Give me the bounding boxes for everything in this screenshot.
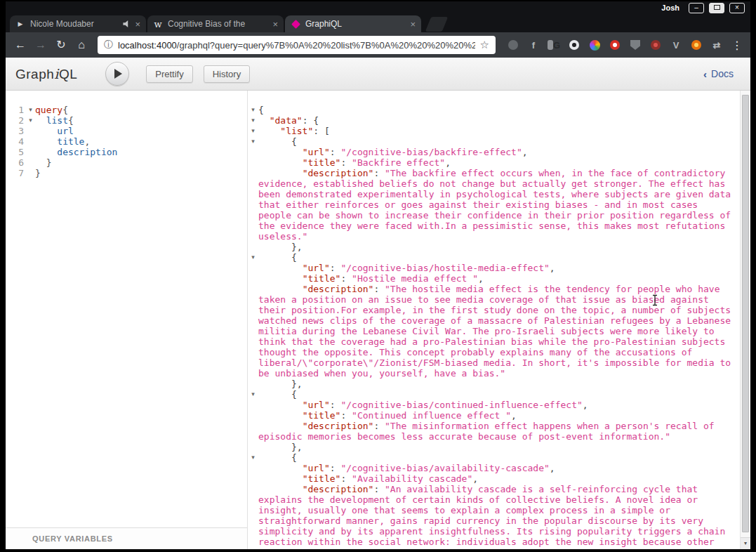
query-line: 4 title, <box>6 136 247 147</box>
result-line: ▾{ <box>248 105 740 115</box>
chevron-left-icon: ‹ <box>703 68 707 80</box>
extensions-area: fGV⇄ <box>507 39 723 51</box>
query-line: 2▾ list{ <box>6 115 247 126</box>
fold-arrow-icon[interactable]: ▾ <box>248 126 258 136</box>
tab-close-icon[interactable]: × <box>272 20 278 29</box>
adblock-extension-icon[interactable] <box>609 39 621 51</box>
history-button[interactable]: History <box>204 65 250 83</box>
red-extension-icon[interactable] <box>649 39 662 51</box>
browser-tab[interactable]: GraphiQL× <box>285 15 421 32</box>
query-editor-lines[interactable]: 1▾query{2▾ list{3 url4 title,5 descripti… <box>6 91 247 527</box>
result-line: "title": "Continued influence effect ", <box>248 410 740 421</box>
maximize-button[interactable] <box>709 3 724 13</box>
line-number: 2 <box>6 115 26 126</box>
result-line: "title": "Availability cascade", <box>248 473 740 484</box>
lens-extension-icon[interactable] <box>568 39 581 51</box>
fold-arrow-icon[interactable]: ▾ <box>26 115 35 126</box>
browser-tab[interactable]: wCognitive Bias of the× <box>147 15 284 32</box>
result-line: "title": "Hostile media effect ", <box>248 273 740 284</box>
tab-label: Cognitive Bias of the <box>168 19 268 29</box>
fold-spacer <box>26 126 35 136</box>
execute-button[interactable] <box>105 62 129 86</box>
play-favicon-icon: ▶ <box>15 19 25 29</box>
color-wheel-extension-icon[interactable] <box>588 39 601 51</box>
browser-tab[interactable]: ▶Nicole Moudaber× <box>10 15 146 32</box>
fold-arrow-icon[interactable]: ▾ <box>248 252 258 263</box>
result-line: ▾ { <box>248 389 740 400</box>
g-extension-icon[interactable]: G <box>548 39 560 51</box>
result-line: "description": "The misinformation effec… <box>248 421 740 442</box>
line-number: 1 <box>6 105 26 115</box>
graphiql-favicon-icon <box>291 19 300 29</box>
fold-arrow-icon[interactable]: ▾ <box>248 115 258 126</box>
tab-list: ▶Nicole Moudaber×wCognitive Bias of the×… <box>10 15 423 32</box>
prettify-button[interactable]: Prettify <box>146 65 192 83</box>
forward-icon[interactable]: → <box>32 37 49 53</box>
new-tab-button[interactable] <box>425 17 448 32</box>
fold-spacer <box>26 147 35 157</box>
home-icon[interactable]: ⌂ <box>73 37 90 53</box>
clock-extension-icon[interactable] <box>507 39 519 51</box>
tab-close-icon[interactable]: × <box>410 20 416 29</box>
window-user-label: Josh <box>661 4 679 12</box>
browser-toolbar: ← → ↻ ⌂ ⓘ localhost:4000/graphql?query=q… <box>6 32 750 58</box>
fold-arrow-icon[interactable]: ▾ <box>248 389 258 400</box>
arrows-extension-icon[interactable]: ⇄ <box>710 39 723 51</box>
fold-arrow-icon[interactable]: ▾ <box>248 136 258 147</box>
scrollbar-thumb[interactable] <box>742 95 749 532</box>
minimize-button[interactable]: – <box>689 3 704 13</box>
back-icon[interactable]: ← <box>12 37 29 53</box>
maximize-icon <box>714 5 720 10</box>
fold-arrow-icon[interactable]: ▾ <box>248 105 258 115</box>
orange-extension-icon[interactable] <box>690 39 703 51</box>
line-number: 6 <box>6 157 26 168</box>
graphiql-logo: GraphiQL <box>15 66 77 82</box>
result-line: }, <box>248 379 740 389</box>
url-text[interactable]: localhost:4000/graphql?query=query%7B%0A… <box>118 40 475 51</box>
result-line: }, <box>248 442 740 452</box>
line-number: 3 <box>6 126 26 136</box>
result-line: "description": "An availability cascade … <box>248 484 740 547</box>
fold-arrow-icon[interactable]: ▾ <box>248 452 258 463</box>
query-variables-bar[interactable]: QUERY VARIABLES <box>6 527 247 549</box>
result-pane: ▾{▾ "data": {▾ "list": [▾ { "url": "/cog… <box>248 91 750 549</box>
graphiql-toolbar: GraphiQL Prettify History ‹ Docs <box>6 58 750 91</box>
result-line: "description": "The backfire effect occu… <box>248 168 740 242</box>
result-line: ▾ { <box>248 452 740 463</box>
query-line: 5 description <box>6 147 247 157</box>
result-lines: ▾{▾ "data": {▾ "list": [▾ { "url": "/cog… <box>248 91 740 549</box>
result-line: ▾ "list": [ <box>248 126 740 136</box>
reload-icon[interactable]: ↻ <box>53 37 69 53</box>
docs-link[interactable]: ‹ Docs <box>703 68 734 80</box>
query-line: 3 url <box>6 126 247 136</box>
result-line: "url": "/cognitive-bias/backfire-effect"… <box>248 147 740 157</box>
fold-spacer <box>26 136 35 147</box>
url-host: localhost:4000 <box>118 40 177 51</box>
url-bar[interactable]: ⓘ localhost:4000/graphql?query=query%7B%… <box>98 36 496 54</box>
line-number: 5 <box>6 147 26 157</box>
shield-extension-icon[interactable] <box>629 39 642 51</box>
v-extension-icon[interactable]: V <box>670 39 682 51</box>
line-number: 7 <box>6 168 26 178</box>
tab-strip: ▶Nicole Moudaber×wCognitive Bias of the×… <box>6 14 750 32</box>
docs-label: Docs <box>711 68 734 79</box>
bookmark-star-icon[interactable]: ☆ <box>480 39 489 51</box>
url-path: /graphql?query=query%7B%0A%20%20list%7B%… <box>177 40 475 51</box>
query-variables-label: QUERY VARIABLES <box>32 534 113 543</box>
f-extension-icon[interactable]: f <box>527 39 540 51</box>
fold-arrow-icon[interactable]: ▾ <box>26 105 35 115</box>
result-line: "url": "/cognitive-bias/hostile-media-ef… <box>248 263 740 273</box>
result-scrollbar[interactable]: ▾ <box>740 91 750 549</box>
query-line: 1▾query{ <box>6 105 247 115</box>
result-line: ▾ "data": { <box>248 115 740 126</box>
scroll-down-icon[interactable]: ▾ <box>741 537 750 549</box>
query-line: 6 } <box>6 157 247 168</box>
tab-label: Nicole Moudaber <box>30 19 120 29</box>
query-line: 7} <box>6 168 247 178</box>
tab-close-icon[interactable]: × <box>135 20 140 29</box>
query-editor-pane: 1▾query{2▾ list{3 url4 title,5 descripti… <box>6 91 248 549</box>
browser-menu-icon[interactable]: ⋮ <box>730 39 744 52</box>
result-line: "title": "Backfire effect", <box>248 157 740 168</box>
close-window-button[interactable]: × <box>729 3 745 13</box>
page-info-icon[interactable]: ⓘ <box>104 39 113 51</box>
